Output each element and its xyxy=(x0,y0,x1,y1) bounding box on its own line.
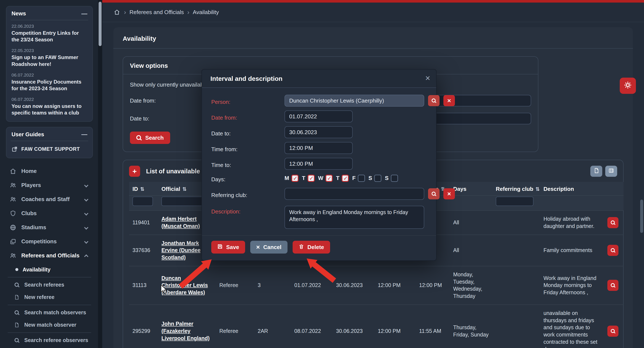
subnav-item-label: New match observer xyxy=(24,322,76,328)
close-icon: × xyxy=(447,190,451,198)
cell-id: 31113 xyxy=(129,266,158,305)
row-detail-button[interactable] xyxy=(607,326,618,337)
faw-comet-support-link[interactable]: FAW COMET SUPPORT xyxy=(6,141,92,158)
sidebar: News — 22.06.2023 Competition Entry Link… xyxy=(0,0,98,348)
main-scrollbar-thumb[interactable] xyxy=(640,200,643,233)
sidebar-item-label: Clubs xyxy=(21,210,80,217)
modal-date-to-input[interactable] xyxy=(284,126,353,138)
official-link[interactable]: Adam Herbert (Muscat Oman) xyxy=(162,216,200,229)
official-link[interactable]: Duncan Christopher Lewis (Aberdare Wales… xyxy=(162,275,208,295)
modal-referring-club-input[interactable] xyxy=(284,188,424,200)
referring-club-search-button[interactable] xyxy=(428,188,440,199)
column-header-actions xyxy=(604,182,624,196)
person-clear-button[interactable]: × xyxy=(444,95,455,106)
day-checkbox[interactable] xyxy=(326,175,333,182)
official-link[interactable]: Jonathan Mark Ervine (Dundee Scotland) xyxy=(162,240,200,261)
sort-icon[interactable]: ⇅ xyxy=(536,186,540,192)
chevron-right-icon: › xyxy=(124,9,126,16)
referring-club-filter-input[interactable] xyxy=(496,197,534,206)
modal-time-to-input[interactable] xyxy=(284,158,353,170)
official-link[interactable]: John Palmer (Fazakerley Liverpool Englan… xyxy=(162,321,210,341)
add-interval-button[interactable]: + xyxy=(129,166,140,177)
columns-button[interactable] xyxy=(605,166,617,177)
cell-time-from: 12:00 PM xyxy=(374,305,416,348)
row-detail-button[interactable] xyxy=(607,245,618,256)
sidebar-item-competitions[interactable]: Competitions xyxy=(6,235,93,249)
news-item[interactable]: 06.07.2022 You can now assign users to s… xyxy=(6,93,92,121)
day-letter: F xyxy=(352,175,356,182)
person-search-button[interactable] xyxy=(428,95,440,106)
days-checkboxes: M T W T F S xyxy=(284,175,402,182)
news-item[interactable]: 22.05.2023 Sign up to an FAW Summer Road… xyxy=(6,45,92,69)
user-guides-collapse-button[interactable]: — xyxy=(81,131,87,137)
column-header-days[interactable]: Days xyxy=(450,182,492,196)
search-button[interactable]: Search xyxy=(130,132,170,144)
competitions-icon xyxy=(9,238,16,245)
breadcrumb-item[interactable]: Availability xyxy=(193,9,219,16)
subnav-item-new-match-observer[interactable]: New match observer xyxy=(6,319,93,331)
modal-close-button[interactable]: × xyxy=(425,73,430,83)
cancel-button[interactable]: × Cancel xyxy=(250,241,288,254)
news-item[interactable]: 22.06.2023 Competition Entry Links for t… xyxy=(6,20,92,45)
modal-time-from-input[interactable] xyxy=(284,142,353,154)
chevron-right-icon: › xyxy=(187,9,189,16)
description-textarea[interactable]: Work away in England Monday mornings to … xyxy=(284,206,424,229)
cell-date-from: 08.07.2022 xyxy=(291,305,333,348)
day-checkbox[interactable] xyxy=(291,175,298,182)
day-checkbox[interactable] xyxy=(374,175,382,182)
day-checkbox[interactable] xyxy=(391,175,398,182)
column-header-description[interactable]: Description xyxy=(540,182,604,196)
column-header-id[interactable]: ID⇅ xyxy=(129,182,158,196)
day-checkbox[interactable] xyxy=(308,175,315,182)
cell-description: Family commitments xyxy=(540,235,604,266)
table-row: 31113 Duncan Christopher Lewis (Aberdare… xyxy=(129,266,624,305)
referees-subnav: Availability Search referees New referee… xyxy=(6,264,93,346)
sidebar-item-clubs[interactable]: Clubs xyxy=(6,206,93,221)
id-filter-input[interactable] xyxy=(132,197,153,206)
modal-time-from-label: Time from: xyxy=(211,143,284,153)
save-button[interactable]: Save xyxy=(211,241,245,254)
coaches-icon xyxy=(9,196,16,203)
day-checkbox[interactable] xyxy=(358,175,365,182)
breadcrumb-item[interactable]: Referees and Officials xyxy=(130,9,184,16)
news-item-date: 22.06.2023 xyxy=(12,24,87,29)
search-icon xyxy=(611,283,615,287)
breadcrumb-home-icon[interactable] xyxy=(113,9,120,16)
news-item[interactable]: 06.07.2022 Insurance Policy Documents fo… xyxy=(6,69,92,93)
cell-date-from: 01.07.2022 xyxy=(291,266,333,305)
chevron-down-icon xyxy=(84,225,88,230)
cell-referring-club xyxy=(492,211,540,235)
close-icon: × xyxy=(425,73,430,83)
sidebar-item-players[interactable]: Players xyxy=(6,178,93,192)
person-input[interactable] xyxy=(284,95,424,107)
subnav-item-search-match-observers[interactable]: Search match observers xyxy=(6,306,93,319)
sidebar-item-coaches-and-staff[interactable]: Coaches and Staff xyxy=(6,192,93,206)
news-collapse-button[interactable]: — xyxy=(81,11,87,17)
sidebar-item-stadiums[interactable]: Stadiums xyxy=(6,221,93,235)
sort-icon[interactable]: ⇅ xyxy=(140,186,144,192)
search-icon xyxy=(611,248,615,252)
sidebar-scrollbar-thumb[interactable] xyxy=(98,2,102,46)
sidebar-item-home[interactable]: Home xyxy=(6,164,93,178)
export-button[interactable] xyxy=(590,166,602,177)
settings-fab[interactable] xyxy=(620,78,636,94)
delete-button[interactable]: Delete xyxy=(292,241,330,254)
delete-button-label: Delete xyxy=(308,244,324,251)
divider xyxy=(113,48,633,49)
sidebar-item-referees-and-officials[interactable]: Referees and Officials xyxy=(6,249,93,263)
day-checkbox[interactable] xyxy=(342,175,349,182)
dot-icon xyxy=(15,268,18,271)
subnav-item-search-referee-observers[interactable]: Search referee observers xyxy=(6,334,93,346)
days-label: Days: xyxy=(211,173,284,183)
row-detail-button[interactable] xyxy=(607,280,618,291)
subnav-item-availability[interactable]: Availability xyxy=(6,264,93,276)
modal-date-from-label: Date from: xyxy=(211,112,284,121)
subnav-item-search-referees[interactable]: Search referees xyxy=(6,279,93,291)
referring-club-clear-button[interactable]: × xyxy=(444,188,455,199)
user-guides-panel: User Guides — FAW COMET SUPPORT xyxy=(6,127,93,158)
row-detail-button[interactable] xyxy=(607,217,618,228)
column-header-referring-club[interactable]: Referring club⇅ xyxy=(492,182,540,196)
sort-icon[interactable]: ⇅ xyxy=(182,186,186,192)
subnav-item-new-referee[interactable]: New referee xyxy=(6,291,93,303)
modal-date-from-input[interactable] xyxy=(284,110,353,122)
